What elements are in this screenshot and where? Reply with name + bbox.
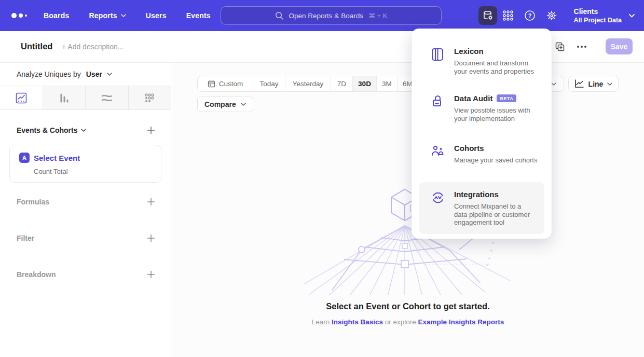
filter-section: Filter xyxy=(0,230,171,246)
lexicon-book-icon xyxy=(431,48,444,61)
svg-text:?: ? xyxy=(528,12,531,19)
save-button[interactable]: Save xyxy=(606,38,633,54)
event-row-card[interactable]: A Select Event Count Total xyxy=(9,145,161,183)
database-gear-icon xyxy=(482,9,494,22)
duplicate-button[interactable] xyxy=(549,42,571,52)
flow-tab-icon xyxy=(101,92,113,104)
subtitle-middle: or explore xyxy=(385,318,416,326)
compare-label: Compare xyxy=(204,100,236,108)
breakdown-section: Breakdown xyxy=(0,267,171,282)
events-cohorts-label: Events & Cohorts xyxy=(17,126,77,134)
line-chart-tab-icon xyxy=(16,92,27,104)
breakdown-label: Breakdown xyxy=(17,270,56,279)
menu-item-description: View possible issues with your implement… xyxy=(454,106,542,122)
global-search[interactable]: Open Reports & Boards ⌘ + K xyxy=(221,6,442,25)
integrations-sync-icon xyxy=(431,191,445,204)
project-selector[interactable]: Clients All Project Data xyxy=(574,7,635,24)
search-shortcut: ⌘ + K xyxy=(368,12,388,20)
date-range-today[interactable]: Today xyxy=(253,76,285,91)
add-breakdown-button[interactable] xyxy=(147,270,155,279)
analyze-value-dropdown[interactable]: User xyxy=(86,70,102,78)
date-range-yesterday[interactable]: Yesterday xyxy=(285,76,331,91)
nav-events[interactable]: Events xyxy=(186,11,211,20)
select-event-button[interactable]: Select Event xyxy=(34,154,80,162)
search-icon xyxy=(275,11,284,20)
nav-reports[interactable]: Reports xyxy=(89,11,126,20)
chart-type-label: Line xyxy=(588,80,604,88)
add-event-button[interactable] xyxy=(147,126,155,134)
tab-flow-chart[interactable] xyxy=(85,86,128,109)
chevron-down-icon xyxy=(81,129,86,132)
gear-icon xyxy=(546,10,557,21)
compare-button[interactable]: Compare xyxy=(197,96,253,112)
org-name: Clients xyxy=(574,7,622,16)
menu-item-data-audit[interactable]: Data Audit BETA View possible issues wit… xyxy=(431,94,542,122)
chart-type-tabs xyxy=(0,86,171,110)
calendar-icon xyxy=(208,80,215,88)
menu-item-description: Connect Mixpanel to a data pipeline or c… xyxy=(454,202,535,227)
settings-button[interactable] xyxy=(541,10,563,21)
add-filter-button[interactable] xyxy=(147,234,155,242)
analyze-label: Analyze Uniques by xyxy=(17,70,81,78)
date-range-custom[interactable]: Custom xyxy=(198,76,253,91)
insights-basics-link[interactable]: Insights Basics xyxy=(332,318,383,326)
plus-icon xyxy=(147,234,155,242)
analyze-row: Analyze Uniques by User xyxy=(0,63,171,86)
empty-state-subtitle: Learn Insights Basics or explore Example… xyxy=(172,318,644,326)
apps-grid-button[interactable] xyxy=(497,10,519,21)
header-divider xyxy=(597,40,597,53)
bar-chart-tab-icon xyxy=(58,92,70,104)
query-builder-sidebar: Analyze Uniques by User xyxy=(0,63,171,357)
help-icon: ? xyxy=(524,10,536,21)
top-navbar: Boards Reports Users Events Open Reports… xyxy=(0,0,644,31)
mixpanel-logo[interactable] xyxy=(11,13,32,18)
date-range-label: Custom xyxy=(219,80,243,88)
events-cohorts-toggle[interactable]: Events & Cohorts xyxy=(17,126,86,134)
menu-item-description: Manage your saved cohorts xyxy=(454,156,542,164)
menu-item-cohorts[interactable]: Cohorts Manage your saved cohorts xyxy=(431,144,542,164)
menu-item-title: Data Audit xyxy=(454,94,492,103)
plus-icon xyxy=(147,126,155,134)
more-options-button[interactable] xyxy=(571,46,593,48)
menu-item-title: Integrations xyxy=(454,190,499,199)
menu-item-integrations[interactable]: Integrations Connect Mixpanel to a data … xyxy=(419,182,544,234)
chart-type-button[interactable]: Line xyxy=(568,76,619,92)
formulas-section: Formulas xyxy=(0,194,171,210)
cohorts-people-icon xyxy=(431,145,445,157)
tab-metrics[interactable] xyxy=(128,86,171,109)
add-description-field[interactable]: + Add description... xyxy=(62,43,124,51)
menu-item-lexicon[interactable]: Lexicon Document and transform your even… xyxy=(431,47,542,75)
series-badge: A xyxy=(19,153,30,163)
help-button[interactable]: ? xyxy=(519,10,541,21)
nav-boards[interactable]: Boards xyxy=(44,11,69,20)
chevron-down-icon xyxy=(121,14,126,17)
chevron-down-icon[interactable] xyxy=(107,73,112,76)
report-title[interactable]: Untitled xyxy=(21,42,52,51)
date-range-7d[interactable]: 7D xyxy=(331,76,352,91)
empty-state-title: Select an Event or Cohort to get started… xyxy=(172,301,644,311)
chevron-down-icon xyxy=(551,83,556,86)
mixpanel-app: Boards Reports Users Events Open Reports… xyxy=(0,0,644,357)
date-range-3m[interactable]: 3M xyxy=(376,76,397,91)
project-name: All Project Data xyxy=(574,16,622,24)
metrics-tab-icon xyxy=(144,92,155,104)
tab-insights-line[interactable] xyxy=(0,86,43,109)
example-reports-link[interactable]: Example Insights Reports xyxy=(418,318,504,326)
nav-reports-label: Reports xyxy=(89,11,117,20)
count-total-selector[interactable]: Count Total xyxy=(34,168,153,175)
filter-label: Filter xyxy=(17,234,34,242)
add-formula-button[interactable] xyxy=(147,198,155,206)
search-placeholder: Open Reports & Boards xyxy=(289,12,363,20)
line-chart-icon xyxy=(574,79,584,88)
tab-bar-chart[interactable] xyxy=(43,86,86,109)
ellipsis-icon xyxy=(577,46,586,48)
data-management-menu: Lexicon Document and transform your even… xyxy=(412,29,552,239)
plus-icon xyxy=(147,270,155,279)
nav-users[interactable]: Users xyxy=(146,11,167,20)
menu-item-title: Cohorts xyxy=(454,144,484,153)
plus-icon xyxy=(147,198,155,206)
subtitle-prefix: Learn xyxy=(312,318,330,326)
data-management-button[interactable] xyxy=(478,6,497,25)
beta-badge: BETA xyxy=(497,94,516,102)
date-range-30d[interactable]: 30D xyxy=(352,76,376,91)
